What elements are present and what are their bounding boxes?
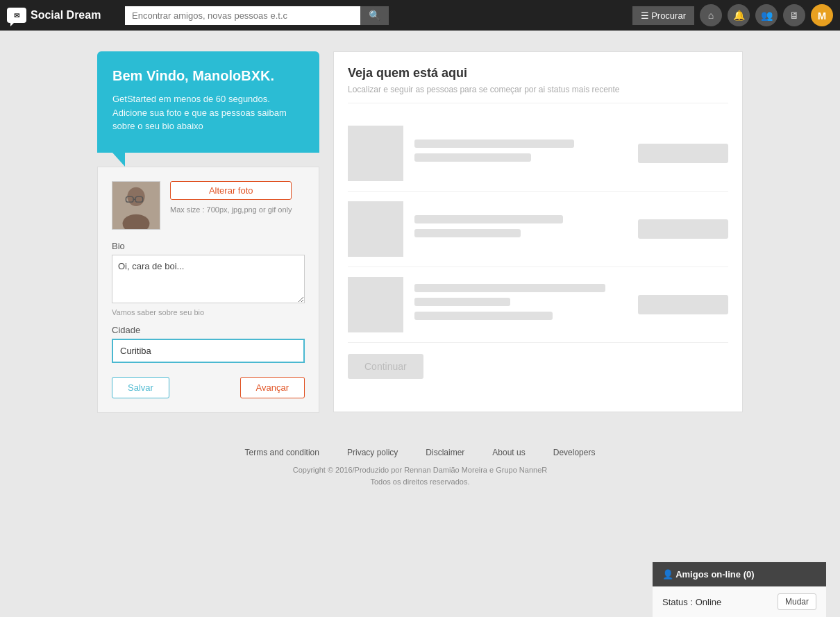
- skeleton-line: [414, 284, 605, 292]
- user-photo: [112, 181, 160, 230]
- photo-hint: Max size : 700px, jpg,png or gif only: [170, 205, 292, 214]
- alterar-foto-button[interactable]: Alterar foto: [170, 181, 292, 200]
- bio-label: Bio: [112, 241, 305, 251]
- right-panel-subtitle: Localizar e seguir as pessoas para se co…: [348, 85, 728, 103]
- salvar-label: Salvar: [128, 382, 153, 393]
- skeleton-follow-button: [638, 144, 728, 163]
- copyright-line1: Copyright © 2016/Produzido por Rennan Da…: [0, 464, 840, 477]
- right-panel-title: Veja quem está aqui: [348, 66, 728, 81]
- friends-bar-title: 👤 Amigos on-line (0): [662, 569, 755, 580]
- user-photo-svg: [112, 182, 160, 229]
- home-icon: ⌂: [708, 10, 714, 21]
- skeleton-line: [414, 153, 531, 162]
- bio-textarea[interactable]: Oi, cara de boi...: [112, 255, 305, 303]
- procurar-button[interactable]: ☰ Procurar: [632, 6, 694, 25]
- list-item: [348, 267, 728, 343]
- footer-disclaimer-label: Disclaimer: [426, 448, 464, 457]
- profile-card: Alterar foto Max size : 700px, jpg,png o…: [97, 167, 319, 413]
- main-content: Bem Vindo, ManoloBXK. GetStarted em meno…: [0, 31, 840, 434]
- avancar-label: Avançar: [256, 382, 289, 393]
- footer-terms-label: Terms and condition: [245, 448, 319, 457]
- avatar-letter: M: [818, 10, 827, 22]
- salvar-button[interactable]: Salvar: [112, 377, 169, 398]
- avancar-button[interactable]: Avançar: [240, 377, 305, 398]
- list-item: [348, 192, 728, 267]
- user-avatar[interactable]: M: [811, 4, 833, 26]
- footer-privacy-label: Privacy policy: [347, 448, 398, 457]
- logo: ✉ Social Dream: [7, 8, 118, 23]
- skeleton-lines: [414, 284, 627, 326]
- mudar-label: Mudar: [785, 597, 809, 607]
- alterar-foto-label: Alterar foto: [209, 185, 253, 196]
- logo-bubble-icon: ✉: [14, 12, 19, 19]
- action-row: Salvar Avançar: [112, 377, 305, 398]
- footer: Terms and condition Privacy policy Discl…: [0, 434, 840, 496]
- skeleton-line: [414, 140, 574, 148]
- skeleton-follow-button: [638, 219, 728, 239]
- bell-icon-nav[interactable]: 🔔: [728, 4, 750, 26]
- skeleton-line: [414, 215, 563, 223]
- search-button[interactable]: 🔍: [360, 6, 389, 25]
- photo-actions: Alterar foto Max size : 700px, jpg,png o…: [170, 181, 292, 214]
- footer-developers-label: Developers: [553, 448, 596, 457]
- continuar-label: Continuar: [364, 361, 407, 372]
- cidade-label: Cidade: [112, 325, 305, 335]
- friends-online-bar: 👤 Amigos on-line (0) Status : Online Mud…: [653, 562, 826, 617]
- search-input[interactable]: [125, 6, 360, 25]
- mudar-status-button[interactable]: Mudar: [778, 593, 816, 610]
- footer-privacy-link[interactable]: Privacy policy: [347, 448, 398, 457]
- footer-developers-link[interactable]: Developers: [553, 448, 596, 457]
- photo-row: Alterar foto Max size : 700px, jpg,png o…: [112, 181, 305, 230]
- search-area: 🔍: [125, 6, 389, 25]
- skeleton-lines: [414, 140, 627, 167]
- friends-bar-header: 👤 Amigos on-line (0): [653, 562, 826, 586]
- skeleton-avatar: [348, 126, 403, 181]
- skeleton-follow-button: [638, 295, 728, 314]
- footer-disclaimer-link[interactable]: Disclaimer: [426, 448, 464, 457]
- header-nav: ☰ Procurar ⌂ 🔔 👥 🖥 M: [632, 4, 833, 26]
- procurar-label: ☰ Procurar: [641, 10, 686, 21]
- monitor-icon-nav[interactable]: 🖥: [783, 4, 805, 26]
- footer-links: Terms and condition Privacy policy Discl…: [0, 448, 840, 457]
- bubble-tail: [112, 153, 125, 167]
- skeleton-list: [348, 116, 728, 343]
- footer-terms-link[interactable]: Terms and condition: [245, 448, 319, 457]
- skeleton-line: [414, 312, 553, 320]
- logo-text: Social Dream: [31, 9, 101, 22]
- copyright-line2: Todos os direitos reservados.: [0, 476, 840, 489]
- skeleton-avatar: [348, 277, 403, 332]
- bell-icon: 🔔: [733, 10, 745, 21]
- status-label: Status : Online: [662, 597, 721, 607]
- skeleton-line: [414, 229, 521, 237]
- people-icon-nav[interactable]: 👥: [755, 4, 778, 26]
- right-panel: Veja quem está aqui Localizar e seguir a…: [333, 51, 743, 412]
- friends-bar-body: Status : Online Mudar: [653, 586, 826, 617]
- skeleton-lines: [414, 215, 627, 243]
- welcome-title: Bem Vindo, ManoloBXK.: [112, 68, 304, 84]
- welcome-bubble: Bem Vindo, ManoloBXK. GetStarted em meno…: [97, 51, 319, 153]
- skeleton-avatar: [348, 201, 403, 257]
- people-icon: 👥: [761, 10, 773, 21]
- skeleton-line: [414, 298, 510, 306]
- monitor-icon: 🖥: [789, 10, 799, 21]
- continuar-button[interactable]: Continuar: [348, 354, 423, 379]
- list-item: [348, 116, 728, 192]
- search-icon: 🔍: [369, 10, 380, 21]
- home-icon-nav[interactable]: ⌂: [700, 4, 722, 26]
- footer-about-link[interactable]: About us: [492, 448, 525, 457]
- left-panel: Bem Vindo, ManoloBXK. GetStarted em meno…: [97, 51, 319, 413]
- bio-hint: Vamos saber sobre seu bio: [112, 308, 305, 316]
- footer-copyright: Copyright © 2016/Produzido por Rennan Da…: [0, 464, 840, 489]
- cidade-input[interactable]: [112, 339, 305, 363]
- header: ✉ Social Dream 🔍 ☰ Procurar ⌂ 🔔 👥 🖥 M: [0, 0, 840, 31]
- logo-bubble: ✉: [7, 8, 26, 23]
- footer-about-label: About us: [492, 448, 525, 457]
- welcome-description: GetStarted em menos de 60 segundos. Adic…: [112, 92, 304, 133]
